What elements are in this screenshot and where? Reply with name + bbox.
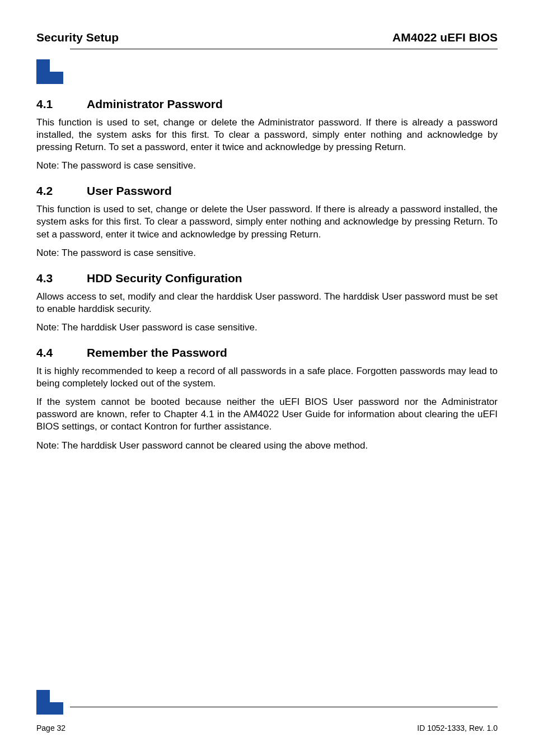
section-number: 4.3: [36, 272, 87, 285]
body-paragraph: This function is used to set, change or …: [36, 203, 498, 240]
body-paragraph: Note: The harddisk User password cannot …: [36, 440, 498, 452]
brand-corner-icon: [36, 59, 63, 86]
section-number: 4.1: [36, 97, 87, 111]
body-paragraph: Note: The password is case sensitive.: [36, 160, 498, 172]
page-number: Page 32: [36, 724, 65, 732]
body-paragraph: If the system cannot be booted because n…: [36, 396, 498, 433]
section-4-4: 4.4Remember the Password It is highly re…: [36, 346, 498, 452]
header-left: Security Setup: [36, 31, 119, 44]
body-paragraph: It is highly recommended to keep a recor…: [36, 365, 498, 390]
page-header: Security Setup AM4022 uEFI BIOS: [36, 31, 498, 44]
section-heading: 4.1Administrator Password: [36, 97, 498, 111]
section-number: 4.4: [36, 346, 87, 360]
footer-rule: [70, 707, 498, 707]
section-heading: 4.3HDD Security Configuration: [36, 272, 498, 285]
page-footer: Page 32 ID 1052-1333, Rev. 1.0: [36, 690, 498, 732]
section-heading: 4.2User Password: [36, 184, 498, 198]
section-4-1: 4.1Administrator Password This function …: [36, 97, 498, 172]
section-title: HDD Security Configuration: [87, 272, 242, 284]
section-4-2: 4.2User Password This function is used t…: [36, 184, 498, 259]
body-paragraph: Note: The harddisk User password is case…: [36, 321, 498, 334]
header-rule: [70, 49, 498, 49]
section-title: Administrator Password: [87, 97, 223, 110]
body-paragraph: This function is used to set, change or …: [36, 116, 498, 153]
body-paragraph: Allows access to set, modify and clear t…: [36, 291, 498, 315]
brand-corner-icon: [36, 690, 63, 717]
body-paragraph: Note: The password is case sensitive.: [36, 247, 498, 259]
document-id: ID 1052-1333, Rev. 1.0: [417, 724, 498, 732]
section-number: 4.2: [36, 184, 87, 198]
header-right: AM4022 uEFI BIOS: [392, 31, 498, 44]
section-title: User Password: [87, 184, 172, 197]
section-title: Remember the Password: [87, 346, 227, 359]
footer-rule-area: [36, 690, 498, 717]
section-heading: 4.4Remember the Password: [36, 346, 498, 360]
document-page: Security Setup AM4022 uEFI BIOS 4.1Admin…: [0, 0, 534, 756]
footer-text-row: Page 32 ID 1052-1333, Rev. 1.0: [36, 724, 498, 732]
section-4-3: 4.3HDD Security Configuration Allows acc…: [36, 272, 498, 334]
